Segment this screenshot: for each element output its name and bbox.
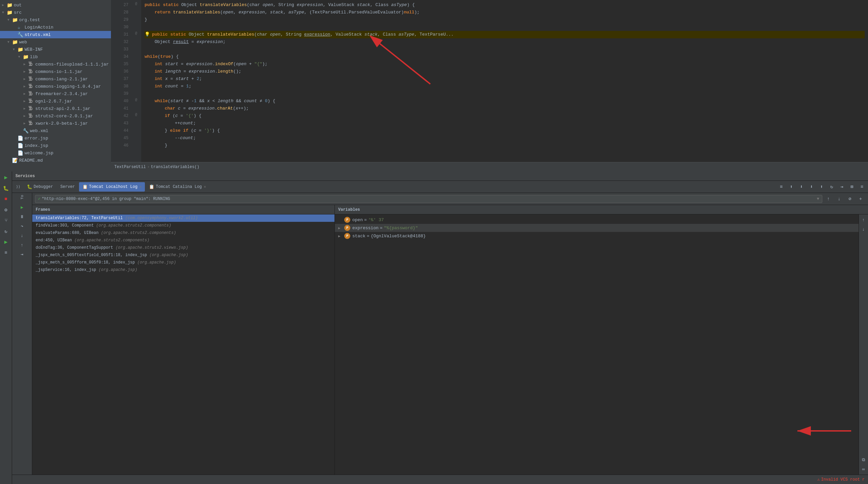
collapse-arrow: ▶ [24,106,28,110]
tree-item-jar-2[interactable]: ▶ 🗜 commons-io-1.1.jar [0,68,111,75]
tree-item-loginactoin[interactable]: ☕ LoginActoin [0,24,111,31]
tree-item-jar-5[interactable]: ▶ 🗜 freemarker-2.3.4.jar [0,90,111,97]
frame-item-6[interactable]: _jspx_meth_s_005fform_005f0:18, index_js… [32,259,335,266]
frame-item-3[interactable]: end:450, UIBean (org.apache.struts2.comp… [32,237,335,244]
tree-label: WEB-INF [25,47,43,52]
code-line-34: while(true) { [145,53,865,61]
frames-header-label: Frames [36,207,50,212]
frame-item-0[interactable]: translateVariables:72, TextParseUtil (co… [32,215,335,222]
tree-item-src[interactable]: ▼ 📁 src [0,9,111,16]
thread-dropdown-arrow: ▼ [817,197,819,201]
toolbar-btn-up2[interactable]: ⬆ [817,182,826,192]
services-icon[interactable]: ⚙ [2,206,10,214]
refresh-icon[interactable]: ↻ [2,227,10,235]
pause-icon[interactable]: ⏸ [18,213,26,221]
code-content[interactable]: public static Object translateVariables(… [141,0,868,171]
tree-item-jar-6[interactable]: ▶ 🗜 ognl-2.6.7.jar [0,97,111,105]
toolbar-btn-more[interactable]: ≡ [857,182,867,192]
jar-icon: 🗜 [28,106,34,111]
git-icon[interactable]: ⑂ [2,217,10,225]
tab-close-tomcat-catalina[interactable]: ✕ [204,185,206,189]
collapse-arrow: ▶ [24,92,28,96]
toolbar-btn-list[interactable]: ≡ [777,182,786,192]
code-line-45: --count; [145,134,865,142]
tab-tomcat-localhost[interactable]: 📋 Tomcat Localhost Log ✕ [79,182,145,192]
toolbar-btn-down1[interactable]: ⬇ [797,182,806,192]
play-icon[interactable]: ▶ [2,238,10,246]
frame-item-7[interactable]: _jspService:16, index_jsp (org.apache.js… [32,266,335,273]
var-item-stack[interactable]: ▶ P stack = {OgnlValueStack@4188} [335,232,868,240]
tree-item-jar-7[interactable]: ▶ 🗜 struts2-api-2.0.1.jar [0,105,111,112]
step-into-icon[interactable]: ↓ [18,232,26,240]
toolbar-btn-up1[interactable]: ⬆ [787,182,796,192]
var-toolbar-up[interactable]: ↑ [860,216,868,224]
code-line-44: } else if (c = '}') { [145,127,865,134]
tree-item-error-jsp[interactable]: 📄 error.jsp [0,134,111,142]
var-toolbar-copy[interactable]: ⧉ [860,456,868,464]
var-toolbar-watch[interactable]: ∞ [860,465,868,473]
tree-label: lib [30,55,38,60]
frame-item-4[interactable]: doEndTag:36, ComponentTagSupport (org.ap… [32,244,335,251]
tree-item-lib[interactable]: ▼ 📁 lib [0,53,111,61]
tree-label: out [14,3,22,8]
variables-side-toolbar: ↑ ↓ ⧉ ∞ [859,215,868,475]
tree-item-web-xml[interactable]: 🔧 web.xml [0,127,111,134]
tree-item-out[interactable]: ▶ 📁 out [0,1,111,9]
stop-icon[interactable]: ■ [2,195,10,203]
thread-up-btn[interactable]: ↑ [824,194,833,204]
tab-close-tomcat-localhost[interactable]: ✕ [140,185,142,189]
tree-item-jar-3[interactable]: ▶ 🗜 commons-lang-2.1.jar [0,75,111,83]
tree-label: commons-fileupload-1.1.1.jar [35,62,108,67]
debug-icon[interactable]: 🐛 [2,184,10,192]
thread-add-btn[interactable]: + [856,194,865,204]
tree-label: commons-logging-1.0.4.jar [35,84,101,89]
tree-item-index-jsp[interactable]: 📄 index.jsp [0,142,111,149]
thread-filter-btn[interactable]: ⊘ [845,194,855,204]
thread-down-btn[interactable]: ↓ [834,194,844,204]
var-toolbar-down[interactable]: ↓ [860,225,868,233]
toolbar-btn-filter[interactable]: ⇥ [837,182,846,192]
tree-item-jar-8[interactable]: ▶ 🗜 struts2-core-2.0.1.jar [0,112,111,120]
thread-selector[interactable]: ✓ "http-nio-8080-exec-4"@2,456 in group … [35,195,822,203]
tab-debugger[interactable]: 🐛 Debugger [24,182,57,192]
var-item-expression[interactable]: ▶ P expression = "%{password}" [335,224,868,232]
frame-label-6: _jspx_meth_s_005fform_005f0:18, index_js… [36,260,137,265]
tree-item-readme[interactable]: 📝 README.md [0,157,111,164]
more-icon[interactable]: ≡ [2,249,10,257]
tree-item-welcome-jsp[interactable]: 📄 welcome.jsp [0,149,111,157]
tab-list-icon[interactable]: ⟩⟩ [13,182,23,192]
frame-item-2[interactable]: evaluateParams:680, UIBean (org.apache.s… [32,229,335,237]
jsp-file-icon: 📄 [18,150,24,156]
var-name-stack: stack [352,234,365,239]
tab-tomcat-localhost-label: Tomcat Localhost Log [89,185,137,189]
frame-item-5[interactable]: _jspx_meth_s_005ftextfield_005f1:18, ind… [32,251,335,259]
folder-icon: 📁 [12,39,18,45]
step-out-icon[interactable]: ↑ [18,241,26,249]
var-item-open[interactable]: P open = '%' 37 [335,216,868,224]
tree-item-web[interactable]: ▼ 📁 web [0,38,111,46]
tab-server[interactable]: Server [57,182,78,192]
toolbar-btn-down2[interactable]: ⬇ [807,182,816,192]
frame-item-1[interactable]: findValue:303, Component (org.apache.str… [32,222,335,229]
run-to-cursor-icon[interactable]: ⇥ [18,250,26,258]
breadcrumb-bar: TextParseUtil › translateVariables() [111,162,868,171]
collapse-arrow: ▼ [7,40,12,44]
code-line-33 [145,46,865,53]
jsp-file-icon: 📄 [18,135,24,141]
tree-item-jar-4[interactable]: ▶ 🗜 commons-logging-1.0.4.jar [0,83,111,90]
frames-panel: Frames translateVariables:72, TextParseU… [32,205,335,475]
tab-tomcat-catalina[interactable]: 📋 Tomcat Catalina Log ✕ [146,182,209,192]
code-line-39 [145,90,865,97]
resume-icon[interactable]: ▶ [18,203,26,212]
tree-item-jar-9[interactable]: ▶ 🗜 xwork-2.0-beta-1.jar [0,120,111,127]
tree-item-jar-1[interactable]: ▶ 🗜 commons-fileupload-1.1.1.jar [0,61,111,68]
tree-item-webinf[interactable]: ▼ 📁 WEB-INF [0,46,111,53]
step-over-icon[interactable]: ↷ [18,222,26,230]
tree-item-org-test[interactable]: ▼ 📁 org.test [0,16,111,24]
toolbar-btn-refresh[interactable]: ↻ [827,182,836,192]
thread-toolbar: ✓ "http-nio-8080-exec-4"@2,456 in group … [32,193,868,205]
toolbar-btn-grid[interactable]: ⊞ [847,182,857,192]
tree-item-struts-xml[interactable]: 🔧 struts.xml [0,31,111,38]
variables-header-label: Variables [338,207,360,212]
run-icon[interactable]: ▶ [2,173,10,182]
